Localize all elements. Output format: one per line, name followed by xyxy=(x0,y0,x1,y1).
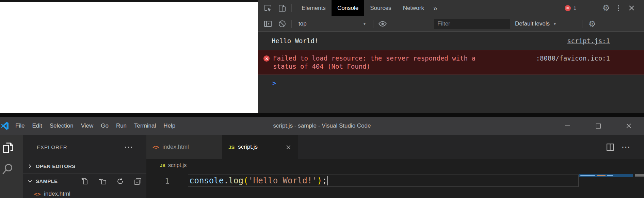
editor-actions: ··· xyxy=(605,135,631,159)
tab-network[interactable]: Network xyxy=(397,0,430,16)
filter-input[interactable] xyxy=(434,19,510,29)
tab-script-js[interactable]: JS script.js xyxy=(222,135,298,159)
folder-name: SAMPLE xyxy=(36,178,58,184)
collapse-all-icon[interactable] xyxy=(134,178,142,185)
tab-index-html[interactable]: <> index.html xyxy=(146,135,222,159)
tab-sources[interactable]: Sources xyxy=(364,0,397,16)
breadcrumb[interactable]: JS script.js xyxy=(146,159,644,172)
devtools-close-icon[interactable] xyxy=(626,3,637,13)
folder-actions xyxy=(81,178,142,185)
explorer-sidebar: EXPLORER ··· OPEN EDITORS SAMPLE xyxy=(23,135,146,198)
overview-ruler-cursor-mark xyxy=(635,174,644,177)
window-gap xyxy=(0,113,644,117)
log-levels-value: Default levels xyxy=(515,20,550,27)
explorer-icon[interactable] xyxy=(1,141,16,155)
devtools-panel: Elements Console Sources Network » 1 ⚙ xyxy=(258,0,644,113)
menu-go[interactable]: Go xyxy=(97,117,112,135)
vscode-titlebar: File Edit Selection View Go Run Terminal… xyxy=(0,117,644,135)
refresh-icon[interactable] xyxy=(116,178,124,185)
maximize-button[interactable] xyxy=(583,117,613,135)
chevron-down-icon: ▼ xyxy=(363,22,366,26)
menu-help[interactable]: Help xyxy=(160,117,179,135)
open-editors-section[interactable]: OPEN EDITORS xyxy=(23,159,146,174)
sidebar-title: EXPLORER xyxy=(37,144,67,150)
tab-elements[interactable]: Elements xyxy=(296,0,332,16)
file-item-index-html[interactable]: <> index.html xyxy=(23,188,146,198)
line-number: 1 xyxy=(146,175,177,187)
minimap[interactable] xyxy=(579,174,633,177)
context-selector-dropdown[interactable]: top ▼ xyxy=(296,18,369,29)
more-tabs-icon[interactable]: » xyxy=(430,4,441,12)
code-token: ( xyxy=(243,176,248,185)
code-token: ; xyxy=(322,176,327,185)
split-editor-icon[interactable] xyxy=(605,142,615,152)
divider xyxy=(291,20,292,28)
editor-region: <> index.html JS script.js xyxy=(146,135,644,198)
vscode-body: EXPLORER ··· OPEN EDITORS SAMPLE xyxy=(0,135,644,198)
search-icon[interactable] xyxy=(1,162,16,177)
devtools-tab-bar: Elements Console Sources Network » 1 ⚙ xyxy=(258,0,644,16)
console-sidebar-toggle-icon[interactable] xyxy=(263,19,273,29)
close-button[interactable] xyxy=(613,117,644,135)
inspect-element-icon[interactable] xyxy=(263,3,273,13)
clear-console-icon[interactable] xyxy=(277,19,287,29)
html-file-icon: <> xyxy=(152,144,159,150)
context-selector-value: top xyxy=(299,20,307,27)
menu-run[interactable]: Run xyxy=(112,117,130,135)
error-source-link[interactable]: :8080/favicon.ico:1 xyxy=(536,54,610,62)
code-token: ) xyxy=(317,176,322,185)
code-token: . xyxy=(224,176,228,185)
editor-more-actions-icon[interactable]: ··· xyxy=(622,145,631,149)
tab-label: script.js xyxy=(238,144,258,150)
prompt-chevron-icon: > xyxy=(272,79,276,87)
new-file-icon[interactable] xyxy=(81,178,88,185)
error-count: 1 xyxy=(574,5,576,11)
settings-gear-icon[interactable]: ⚙ xyxy=(601,3,611,13)
tab-console[interactable]: Console xyxy=(332,0,364,16)
window-controls xyxy=(552,117,644,135)
code-line-1[interactable]: console . log ( 'Hello World!' ) ; xyxy=(188,175,579,187)
js-file-icon: JS xyxy=(160,163,165,168)
error-badge-icon xyxy=(565,5,571,11)
console-log-row: Hello World! script.js:1 xyxy=(258,32,644,50)
screen: Elements Console Sources Network » 1 ⚙ xyxy=(0,0,644,198)
code-token: console xyxy=(189,176,224,185)
log-levels-dropdown[interactable]: Default levels ▼ xyxy=(515,20,557,27)
error-count-badge[interactable]: 1 xyxy=(565,5,576,11)
browser-viewport xyxy=(0,2,258,113)
divider xyxy=(291,4,292,12)
device-toolbar-icon[interactable] xyxy=(277,3,287,13)
console-settings-gear-icon[interactable]: ⚙ xyxy=(587,19,597,29)
html-file-icon: <> xyxy=(34,191,41,197)
menu-bar: File Edit Selection View Go Run Terminal… xyxy=(12,117,179,135)
chevron-down-icon: ▼ xyxy=(553,22,557,26)
tab-close-icon[interactable] xyxy=(285,144,292,150)
sidebar-header: EXPLORER ··· xyxy=(23,135,146,159)
console-toolbar: top ▼ Default levels ▼ ⚙ xyxy=(258,16,644,32)
error-message: Failed to load resource: the server resp… xyxy=(273,54,476,70)
folder-section-sample[interactable]: SAMPLE xyxy=(23,174,146,188)
text-cursor xyxy=(327,176,328,185)
menu-selection[interactable]: Selection xyxy=(46,117,77,135)
eye-icon[interactable] xyxy=(377,19,388,29)
menu-terminal[interactable]: Terminal xyxy=(130,117,160,135)
menu-edit[interactable]: Edit xyxy=(28,117,46,135)
log-source-link[interactable]: script.js:1 xyxy=(567,37,610,45)
editor-tab-bar: <> index.html JS script.js xyxy=(146,135,644,159)
minimize-button[interactable] xyxy=(552,117,583,135)
console-prompt-row[interactable]: > xyxy=(258,75,644,87)
vscode-logo-icon xyxy=(1,122,9,130)
menu-file[interactable]: File xyxy=(12,117,28,135)
sidebar-more-actions-icon[interactable]: ··· xyxy=(125,145,133,149)
kebab-menu-icon[interactable] xyxy=(613,3,624,13)
divider xyxy=(582,20,582,28)
new-folder-icon[interactable] xyxy=(99,178,106,185)
divider xyxy=(373,20,373,28)
code-editor[interactable]: 1 console . log ( 'Hello World!' ) ; xyxy=(146,172,644,198)
menu-view[interactable]: View xyxy=(77,117,97,135)
code-token: 'Hello World!' xyxy=(248,176,317,185)
activity-bar xyxy=(0,135,23,198)
log-message: Hello World! xyxy=(272,37,318,45)
console-messages: Hello World! script.js:1 Failed to load … xyxy=(258,32,644,113)
js-file-icon: JS xyxy=(228,144,235,150)
